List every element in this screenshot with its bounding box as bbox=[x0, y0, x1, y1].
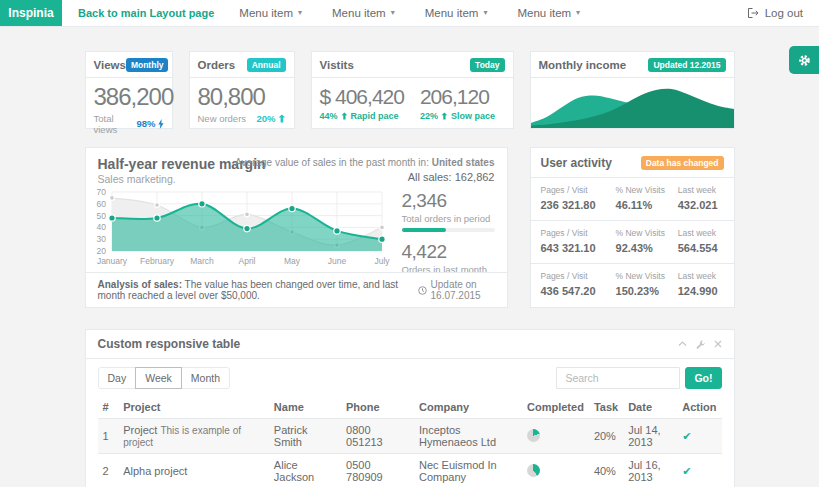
views-label: Total views bbox=[94, 113, 137, 135]
user-activity-row: Pages / Visit643 321.10 % New Visits92.4… bbox=[531, 220, 734, 263]
back-to-layout-link[interactable]: Back to main Layout page bbox=[78, 7, 214, 19]
vistits-note-1: Rapid pace bbox=[351, 111, 399, 121]
data-changed-badge: Data has changed bbox=[641, 156, 724, 170]
sign-out-icon bbox=[748, 8, 759, 18]
table-panel-title: Custom responsive table bbox=[98, 337, 241, 351]
orders-period-value: 2,346 bbox=[402, 190, 495, 212]
user-activity-title: User activity bbox=[541, 156, 612, 170]
custom-table-panel: Custom responsive table Day Week Month G… bbox=[85, 329, 735, 487]
updated-badge: Updated 12.2015 bbox=[648, 58, 725, 72]
search-input[interactable] bbox=[556, 367, 680, 389]
svg-text:20: 20 bbox=[96, 246, 106, 256]
views-card-title: Views bbox=[94, 59, 126, 71]
user-activity-row: Pages / Visit236 321.80 % New Visits46.1… bbox=[531, 177, 734, 220]
clock-icon bbox=[418, 286, 427, 295]
collapse-icon[interactable] bbox=[678, 341, 687, 347]
level-up-icon bbox=[441, 112, 448, 120]
avg-sales-country: United states bbox=[432, 157, 495, 168]
income-chart-svg bbox=[531, 78, 734, 128]
completed-pie bbox=[527, 429, 540, 442]
menu-item-4[interactable]: Menu item▾ bbox=[502, 7, 595, 19]
vistits-card: Vistits Today $ 406,420 44%Rapid pace 20… bbox=[311, 51, 514, 129]
svg-text:40: 40 bbox=[96, 222, 106, 232]
level-up-icon bbox=[278, 114, 286, 123]
vistits-value-2: 206,120 bbox=[420, 84, 495, 109]
revenue-panel: Half-year revenue margin Sales marketing… bbox=[85, 147, 508, 308]
orders-month-value: 4,422 bbox=[402, 241, 495, 263]
vistits-card-title: Vistits bbox=[320, 59, 354, 71]
table-row: 2 Alpha project Alice Jackson 0500 78090… bbox=[98, 454, 722, 487]
menu-item-1[interactable]: Menu item▾ bbox=[224, 7, 317, 19]
vistits-note-2: Slow pace bbox=[451, 111, 495, 121]
svg-text:January: January bbox=[96, 256, 127, 266]
vistits-delta-2: 22% bbox=[420, 111, 438, 121]
orders-period-label: Total orders in period bbox=[402, 213, 495, 224]
chevron-down-icon: ▾ bbox=[483, 9, 487, 17]
svg-text:70: 70 bbox=[96, 187, 106, 197]
user-activity-panel: User activity Data has changed Pages / V… bbox=[530, 147, 735, 308]
chevron-down-icon: ▾ bbox=[298, 9, 302, 17]
bolt-icon bbox=[158, 119, 164, 129]
tab-week[interactable]: Week bbox=[135, 367, 182, 389]
range-tabs: Day Week Month bbox=[98, 367, 231, 389]
svg-text:February: February bbox=[139, 256, 174, 266]
orders-card-title: Orders bbox=[198, 59, 236, 71]
main-menu: Menu item▾ Menu item▾ Menu item▾ Menu it… bbox=[224, 7, 595, 19]
go-button[interactable]: Go! bbox=[685, 367, 721, 389]
analysis-text: Analysis of sales: The value has been ch… bbox=[98, 279, 418, 301]
orders-value: 80,800 bbox=[198, 83, 286, 111]
svg-text:May: May bbox=[283, 256, 300, 266]
orders-delta: 20% bbox=[256, 113, 275, 124]
close-icon[interactable] bbox=[714, 340, 722, 348]
tab-month[interactable]: Month bbox=[181, 367, 230, 389]
level-up-icon bbox=[341, 112, 348, 120]
check-icon: ✔ bbox=[682, 430, 691, 442]
views-value: 386,200 bbox=[94, 83, 164, 111]
svg-text:50: 50 bbox=[96, 211, 106, 221]
views-delta: 98% bbox=[136, 118, 155, 129]
gear-icon bbox=[798, 54, 811, 67]
logout-button[interactable]: Log out bbox=[748, 7, 803, 19]
projects-table: # Project Name Phone Company Completed T… bbox=[98, 398, 722, 487]
views-card: Views Monthly 386,200 Total views 98% bbox=[85, 51, 173, 129]
svg-text:60: 60 bbox=[96, 199, 106, 209]
check-icon: ✔ bbox=[682, 465, 691, 477]
dashboard-content: Views Monthly 386,200 Total views 98% Or… bbox=[85, 27, 735, 487]
vistits-value-1: $ 406,420 bbox=[320, 84, 404, 109]
menu-item-2[interactable]: Menu item▾ bbox=[317, 7, 410, 19]
tab-day[interactable]: Day bbox=[98, 367, 137, 389]
wrench-icon[interactable] bbox=[696, 340, 705, 349]
all-sales-line: All sales: 162,862 bbox=[235, 171, 494, 183]
theme-settings-button[interactable] bbox=[789, 46, 819, 74]
svg-text:April: April bbox=[238, 256, 255, 266]
monthly-badge: Monthly bbox=[126, 58, 169, 72]
orders-period-progress bbox=[402, 228, 495, 232]
vistits-delta-1: 44% bbox=[320, 111, 338, 121]
user-activity-row: Pages / Visit436 547.20 % New Visits150.… bbox=[531, 263, 734, 306]
chevron-down-icon: ▾ bbox=[391, 9, 395, 17]
svg-text:June: June bbox=[327, 256, 346, 266]
monthly-income-card: Monthly income Updated 12.2015 bbox=[530, 51, 735, 129]
completed-pie bbox=[527, 464, 540, 477]
top-navbar: Inspinia Back to main Layout page Menu i… bbox=[0, 0, 819, 27]
svg-text:30: 30 bbox=[96, 234, 106, 244]
avg-sales-line: Average value of sales in the past month… bbox=[235, 157, 494, 168]
chevron-down-icon: ▾ bbox=[576, 9, 580, 17]
annual-badge: Annual bbox=[247, 58, 286, 72]
svg-text:March: March bbox=[190, 256, 214, 266]
orders-card: Orders Annual 80,800 New orders 20% bbox=[189, 51, 295, 129]
orders-label: New orders bbox=[198, 113, 247, 124]
today-badge: Today bbox=[470, 58, 504, 72]
update-date: Update on 16.07.2015 bbox=[418, 279, 495, 301]
revenue-chart-svg: 203040506070JanuaryFebruaryMarchAprilMay… bbox=[92, 187, 392, 271]
menu-item-3[interactable]: Menu item▾ bbox=[410, 7, 503, 19]
table-row: 1 Project This is example of project Pat… bbox=[98, 419, 722, 454]
svg-text:July: July bbox=[374, 256, 390, 266]
brand-logo[interactable]: Inspinia bbox=[0, 0, 62, 26]
monthly-income-title: Monthly income bbox=[539, 59, 627, 71]
